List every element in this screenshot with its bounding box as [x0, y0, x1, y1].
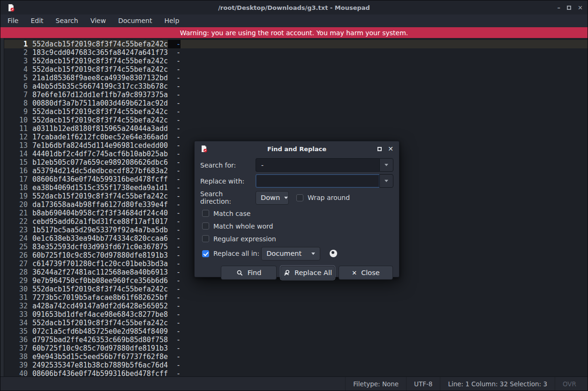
editor-line[interactable]: 10552dacb15f2019c8f3f74c55befa242c -: [4, 116, 588, 124]
line-tail: -: [168, 99, 181, 107]
statusbar-position: Line: 1 Column: 32 Selection: 3: [440, 377, 555, 391]
editor-line[interactable]: 3552dacb15f2019c8f3f74c55befa242c -: [4, 57, 588, 65]
line-number: 15: [4, 158, 28, 167]
find-button[interactable]: Find: [221, 266, 277, 280]
menu-file[interactable]: File: [1, 15, 24, 27]
editor-line[interactable]: 787e6fe167d12dd1ef1fb7a9c8937375a -: [4, 91, 588, 99]
maximize-button-icon[interactable]: [567, 6, 571, 10]
replace-input[interactable]: [256, 174, 379, 188]
mousepad-app-icon: [7, 4, 15, 12]
match-case-checkbox[interactable]: [202, 210, 209, 217]
line-number: 23: [4, 226, 28, 234]
editor-line[interactable]: 30552dacb15f2019c8f3f74c55befa242c -: [4, 285, 588, 293]
line-number: 25: [4, 243, 28, 251]
line-number: 8: [4, 99, 28, 107]
line-number: 1: [4, 40, 28, 48]
menu-bar: File Edit Search View Document Help: [0, 15, 588, 27]
replace-history-dropdown[interactable]: [379, 174, 393, 188]
line-text: da173658aa4b98ffa6127d80fe339e4f: [32, 200, 168, 209]
editor-line[interactable]: 38e9e943b5d15c5eed56b7f67737f62f8e -: [4, 353, 588, 361]
editor-line[interactable]: 392492535347e81b38cb7889b5f6ac76d4 -: [4, 361, 588, 369]
editor-line[interactable]: 4008606bf436e0f74b599316bed478fcff -: [4, 369, 588, 376]
line-text: b12eb505c077a659ce9892086626dbc6: [32, 158, 168, 167]
replace-scope-select[interactable]: Document: [261, 247, 320, 261]
minimize-button-icon[interactable]: –: [558, 5, 561, 11]
editor-line[interactable]: 2183c9cdd047683c365fa84247a641f73 -: [4, 48, 588, 57]
mousepad-window: /root/Desktop/Downloads/g3.txt - Mousepa…: [0, 0, 588, 391]
editor-line[interactable]: 32a428a742cd49147a9df2d6428e565052 -: [4, 302, 588, 310]
line-number: 13: [4, 141, 28, 150]
editor-line[interactable]: 36d7975bad2ffe426353c669b85d80f758 -: [4, 336, 588, 344]
regular-expression-checkbox[interactable]: [202, 235, 209, 242]
search-input[interactable]: -: [256, 158, 379, 172]
editor-line[interactable]: 6a4bb5d5b35c56674199c317cc33b678c -: [4, 82, 588, 91]
line-text: 83e352593dcf03d993fd671c0e367875: [32, 243, 168, 251]
line-number: 22: [4, 217, 28, 226]
line-tail: -: [168, 361, 181, 369]
line-tail: -: [168, 285, 181, 293]
line-text: d7975bad2ffe426353c669b85d80f758: [32, 336, 168, 344]
line-number: 11: [4, 124, 28, 133]
menu-edit[interactable]: Edit: [24, 15, 49, 27]
search-history-dropdown[interactable]: [379, 158, 393, 172]
replace-all-in-checkbox[interactable]: [202, 250, 209, 257]
editor-line[interactable]: 521a1d85368f9aee8ca4939e8307132bd -: [4, 74, 588, 82]
match-whole-word-checkbox[interactable]: [202, 222, 209, 230]
dialog-close-icon[interactable]: ✕: [388, 146, 393, 152]
editor-line[interactable]: 800880df3a7b7511a003d469b621ac92d -: [4, 99, 588, 107]
statusbar-encoding[interactable]: UTF-8: [406, 377, 440, 391]
line-text: a53794d214dc5dedbcecdf827bf683a2: [32, 167, 168, 175]
line-text: 17cabade1f6212fc0bec52e64e366add: [32, 133, 168, 141]
line-number: 33: [4, 310, 28, 319]
dialog-title-bar[interactable]: Find and Replace ✕: [195, 141, 399, 156]
close-button-icon[interactable]: ✕: [578, 5, 583, 11]
editor-line[interactable]: 35072c1a5cfd6b485725e0e2d9854f8409 -: [4, 327, 588, 336]
line-number: 9: [4, 107, 28, 116]
line-tail: -: [168, 217, 181, 226]
chevron-down-icon: [311, 253, 315, 255]
wrap-around-checkbox[interactable]: [296, 194, 303, 201]
editor-line[interactable]: 9552dacb15f2019c8f3f74c55befa242c -: [4, 107, 588, 116]
editor-line[interactable]: 1217cabade1f6212fc0bec52e64e366add -: [4, 133, 588, 141]
menu-search[interactable]: Search: [50, 15, 84, 27]
editor-line[interactable]: 3760b725f10c9c85c70d97880dfe8191b3 -: [4, 344, 588, 353]
match-case-label: Match case: [213, 210, 250, 217]
search-input-value: -: [261, 161, 264, 169]
editor-line[interactable]: 317273b5c7019b5afacae8b61f682625bf -: [4, 293, 588, 302]
line-number: 2: [4, 48, 28, 57]
editor-line[interactable]: 11a0311b12ed8180f815965a24044a3add -: [4, 124, 588, 133]
menu-view[interactable]: View: [84, 15, 112, 27]
line-text: 21a1d85368f9aee8ca4939e8307132bd: [32, 74, 168, 82]
line-number: 4: [4, 65, 28, 74]
line-text: 552dacb15f2019c8f3f74c55befa242c: [32, 319, 168, 327]
line-text: 552dacb15f2019c8f3f74c55befa242c: [32, 116, 168, 124]
dialog-maximize-icon[interactable]: [377, 147, 382, 151]
line-text: 1b517bc5aa5d29e53379f92a4a7ba5db: [32, 226, 168, 234]
line-text: 00880df3a7b7511a003d469b621ac92d: [32, 99, 168, 107]
window-title: /root/Desktop/Downloads/g3.txt - Mousepa…: [0, 4, 588, 11]
editor-line[interactable]: 34552dacb15f2019c8f3f74c55befa242c -: [4, 319, 588, 327]
line-text: b8ab690404b958cf2f3f34684df24c40: [32, 209, 168, 217]
line-tail: -: [168, 184, 181, 192]
search-icon: [236, 269, 243, 276]
line-number: 17: [4, 175, 28, 184]
line-number: 32: [4, 302, 28, 310]
editor-line[interactable]: 1552dacb15f2019c8f3f74c55befa242c -: [4, 40, 588, 48]
line-tail: -: [168, 251, 181, 260]
line-number: 27: [4, 260, 28, 268]
replace-all-button[interactable]: Replace All: [280, 266, 335, 280]
direction-select[interactable]: Down: [256, 191, 289, 205]
line-number: 18: [4, 184, 28, 192]
statusbar-filetype[interactable]: Filetype: None: [345, 377, 406, 391]
menu-help[interactable]: Help: [158, 15, 185, 27]
editor-line[interactable]: 4552dacb15f2019c8f3f74c55befa242c -: [4, 65, 588, 74]
editor-line[interactable]: 33091653bd1dfef4ace98e6843c8277be8 -: [4, 310, 588, 319]
line-text: 552dacb15f2019c8f3f74c55befa242c: [32, 57, 168, 65]
menu-document[interactable]: Document: [112, 15, 158, 27]
close-dialog-button[interactable]: ✕ Close: [339, 266, 393, 280]
line-number: 37: [4, 344, 28, 353]
title-bar[interactable]: /root/Desktop/Downloads/g3.txt - Mousepa…: [0, 0, 588, 15]
line-text: 60b725f10c9c85c70d97880dfe8191b3: [32, 251, 168, 260]
line-tail: -: [168, 48, 181, 57]
statusbar-overwrite-mode[interactable]: OVR: [555, 377, 584, 391]
